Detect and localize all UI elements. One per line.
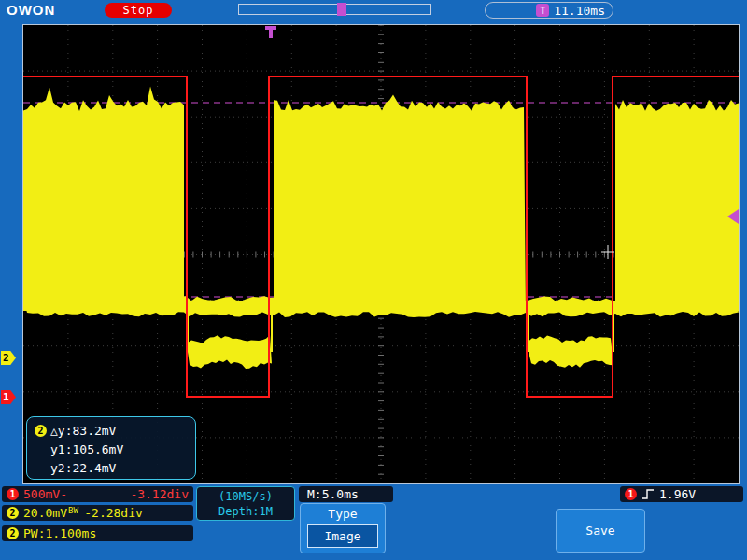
- measure-row-y1: y1:105.6mV: [35, 440, 195, 458]
- pulse-width-readout: 2 PW:1.100ms: [2, 525, 193, 541]
- type-button-value: Image: [307, 524, 378, 548]
- save-button-label: Save: [585, 524, 614, 538]
- ch2-bw-flag: BW-: [68, 505, 83, 515]
- scope-canvas: [23, 25, 739, 483]
- bottom-bar: 1 500mV- -3.12div 2 20.0mV BW- -2.28div …: [0, 484, 747, 560]
- ch2-readout: 2 20.0mV BW- -2.28div: [2, 505, 193, 521]
- ch2-badge: 2: [7, 507, 19, 519]
- pulse-width-value: PW:1.100ms: [23, 526, 96, 540]
- trigger-readout: 1 1.96V: [620, 486, 743, 502]
- oscilloscope-screen: { "header": { "logo": "OWON", "run_state…: [0, 0, 747, 560]
- ch2-position-badge: 2: [1, 351, 16, 365]
- type-button-label: Type: [328, 507, 357, 521]
- type-button[interactable]: Type Image: [300, 503, 386, 553]
- timebase-readout: M:5.0ms: [299, 486, 393, 502]
- ch2-waveform: [23, 87, 739, 370]
- ch2-scale: 20.0mV: [23, 506, 67, 520]
- memory-window-ruler: [238, 4, 431, 15]
- ch2-badge: 2: [7, 527, 19, 539]
- ch1-badge: 1: [7, 488, 19, 500]
- ch2-badge: 2: [35, 425, 47, 437]
- measure-row-y2: y2:22.4mV: [35, 458, 195, 477]
- owon-logo: OWON: [7, 2, 55, 18]
- measure-row-delta: 2 △y:83.2mV: [35, 421, 195, 440]
- trigger-level-value: 1.96V: [659, 487, 696, 501]
- ch1-badge: 1: [625, 488, 637, 500]
- top-bar: OWON Stop T 11.10ms: [0, 0, 747, 21]
- trigger-time-box: T 11.10ms: [485, 2, 613, 19]
- measure-delta-y: △y:83.2mV: [50, 424, 116, 438]
- memory-depth: Depth:1M: [218, 504, 273, 519]
- ch1-position: -3.12div: [130, 487, 189, 501]
- sample-rate-box: (10MS/s) Depth:1M: [196, 486, 295, 521]
- ch2-position: -2.28div: [84, 506, 143, 520]
- ch1-scale: 500mV-: [23, 487, 67, 501]
- trigger-t-icon: T: [536, 4, 549, 17]
- run-state-badge: Stop: [105, 3, 172, 18]
- trigger-position-marker-icon: [337, 3, 346, 16]
- measure-y2: y2:22.4mV: [50, 461, 116, 475]
- measure-y1: y1:105.6mV: [50, 442, 123, 456]
- save-button[interactable]: Save: [556, 509, 645, 553]
- sample-rate: (10MS/s): [218, 489, 273, 504]
- cursor-measure-box: 2 △y:83.2mV y1:105.6mV y2:22.4mV: [26, 416, 196, 480]
- timebase-value: M:5.0ms: [303, 487, 359, 501]
- ch1-position-badge: 1: [1, 390, 16, 404]
- ch1-readout: 1 500mV- -3.12div: [2, 486, 193, 502]
- trigger-time-value: 11.10ms: [554, 4, 605, 18]
- rising-edge-icon: [641, 488, 655, 500]
